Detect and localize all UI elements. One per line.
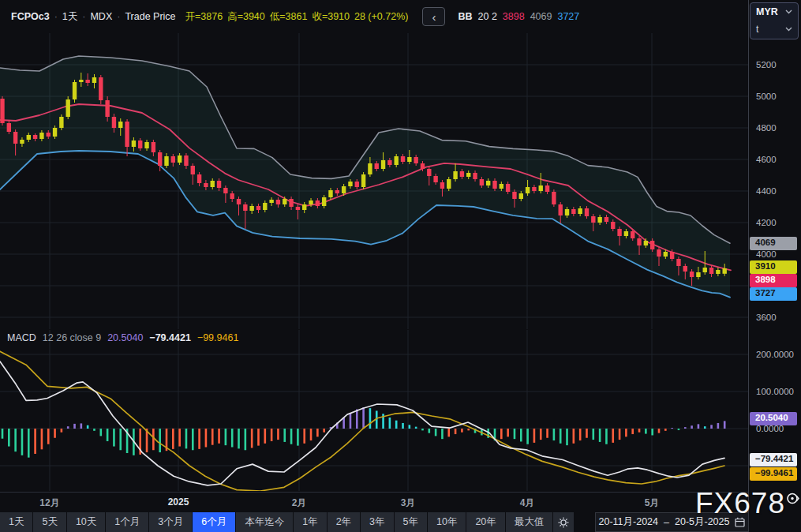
exchange-label: MDX: [90, 11, 112, 22]
chart-settings-button[interactable]: [553, 512, 574, 532]
bb-upper-value: 4069: [530, 11, 552, 22]
range-button-13[interactable]: 20年: [466, 512, 504, 532]
range-button-2[interactable]: 5天: [33, 512, 66, 532]
range-button-6[interactable]: 6个月: [193, 512, 235, 532]
macd-hist-badge: 20.5040: [750, 412, 797, 425]
price-change: 28 (+0.72%): [354, 11, 408, 22]
macd-chart-pane[interactable]: [0, 330, 748, 491]
range-button-3[interactable]: 10天: [67, 512, 105, 532]
time-axis-label: 2月: [292, 496, 307, 510]
trading-chart-app: FCPOc3 · 1天 · MDX · Trade Price 开=3876 高…: [0, 0, 801, 532]
bb-basis-badge: 3898: [750, 274, 797, 287]
range-button-5[interactable]: 3个月: [149, 512, 192, 532]
interval-label[interactable]: 1天: [62, 10, 77, 24]
range-buttons: 1天5天10天1个月3个月6个月本年迄今1年2年3年5年10年20年最大值: [0, 512, 552, 532]
symbol-name[interactable]: FCPOc3: [11, 11, 50, 22]
range-button-11[interactable]: 5年: [395, 512, 427, 532]
macd-signal-badge: −99.9461: [750, 467, 797, 481]
range-button-1[interactable]: 1天: [0, 512, 32, 532]
price-chart-pane[interactable]: [0, 33, 748, 329]
price-chart-svg: [0, 33, 748, 329]
range-toolbar: 1天5天10天1个月3个月6个月本年迄今1年2年3年5年10年20年最大值 20…: [0, 512, 801, 532]
toolbar-spacer: [575, 512, 594, 532]
series-type-label: Trade Price: [125, 11, 175, 22]
macd-line-value: −79.4421: [149, 332, 190, 343]
ohlc-low: 低=3861: [270, 10, 308, 24]
time-axis-scale[interactable]: 12月20252月3月4月5月: [0, 492, 801, 512]
price-axis-label: 5000: [756, 90, 777, 103]
separator-dot: ·: [82, 11, 85, 22]
macd-chart-svg: [0, 330, 748, 491]
time-axis-label: 5月: [645, 496, 660, 510]
time-axis-label: 2025: [168, 496, 189, 508]
bb-upper-badge: 4069: [750, 237, 797, 250]
time-axis-label: 3月: [401, 496, 416, 510]
last-price-badge: 3910: [750, 260, 797, 274]
bb-label: BB: [458, 11, 472, 22]
range-button-9[interactable]: 2年: [328, 512, 360, 532]
range-button-7[interactable]: 本年迄今: [236, 512, 293, 532]
gear-icon: [558, 517, 569, 528]
range-button-4[interactable]: 1个月: [106, 512, 148, 532]
ohlc-high: 高=3940: [227, 10, 265, 24]
bb-lower-badge: 3727: [750, 287, 797, 301]
macd-params: 12 26 close 9: [43, 332, 101, 343]
macd-legend: MACD 12 26 close 9 20.5040 −79.4421 −99.…: [7, 332, 238, 343]
range-button-14[interactable]: 最大值: [506, 512, 553, 532]
macd-line-badge: −79.4421: [750, 453, 797, 466]
chevron-left-icon: ‹: [432, 11, 436, 23]
bb-lower-value: 3727: [557, 11, 579, 22]
time-axis-label: 4月: [520, 496, 535, 510]
collapse-indicators-button[interactable]: ‹: [422, 7, 445, 26]
date-range-separator: –: [664, 517, 669, 528]
ohlc-open: 开=3876: [185, 10, 223, 24]
price-axis-label: 4600: [756, 153, 777, 166]
price-axis-label: 5200: [756, 58, 777, 71]
currency-value: MYR: [756, 6, 778, 17]
chart-header-ribbon: FCPOc3 · 1天 · MDX · Trade Price 开=3876 高…: [0, 0, 759, 33]
chevron-down-icon: [785, 9, 792, 14]
price-axis-scale[interactable]: MYR t 5200500048004600440042004000360020…: [748, 0, 801, 512]
price-axis-label: 4200: [756, 216, 777, 229]
range-button-10[interactable]: 3年: [361, 512, 393, 532]
separator-dot: ·: [117, 11, 120, 22]
range-button-12[interactable]: 10年: [428, 512, 466, 532]
bb-params: 20 2: [478, 11, 497, 22]
separator-dot: ·: [54, 11, 58, 22]
macd-label: MACD: [7, 332, 36, 343]
price-axis-label: 4400: [756, 185, 777, 197]
macd-axis-label: 100.0000: [756, 385, 794, 398]
bb-basis-value: 3898: [503, 11, 525, 22]
price-axis-label: 3600: [756, 311, 777, 324]
macd-hist-value: 20.5040: [107, 332, 143, 343]
calendar-icon: [735, 517, 745, 527]
range-button-8[interactable]: 1年: [294, 512, 326, 532]
ohlc-close: 收=3910: [312, 10, 350, 24]
date-range-picker[interactable]: 20-11月-2024 – 20-5月-2025: [595, 512, 749, 532]
date-range-start: 20-11月-2024: [599, 515, 659, 529]
macd-signal-value: −99.9461: [197, 332, 238, 343]
chevron-down-icon: [785, 27, 792, 32]
price-axis-label: 4800: [756, 122, 777, 134]
bollinger-legend: BB 20 2 3898 4069 3727: [458, 11, 579, 22]
date-range-end: 20-5月-2025: [675, 515, 730, 529]
macd-axis-label: 200.0000: [756, 348, 794, 361]
time-axis-label: 12月: [39, 496, 59, 510]
